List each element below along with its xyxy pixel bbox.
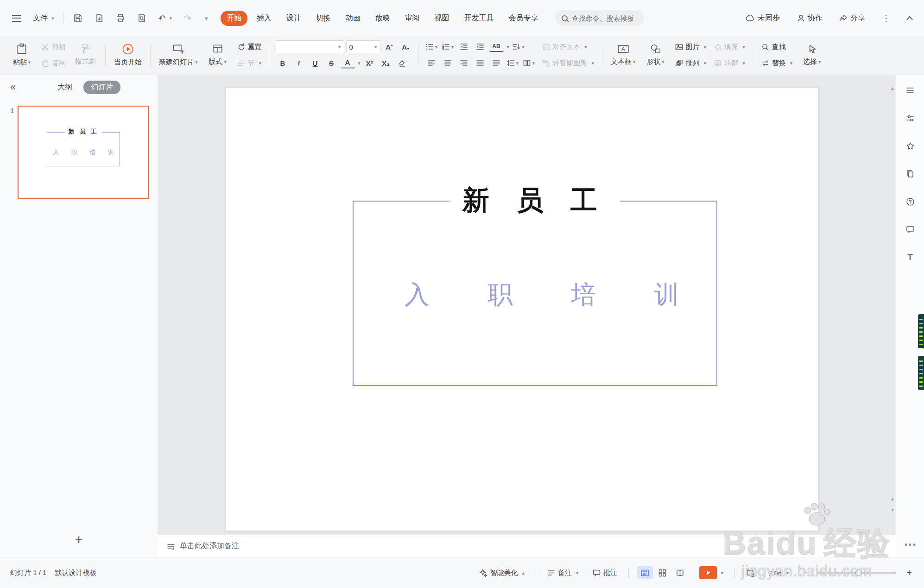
superscript-button[interactable]: X² [362,57,377,70]
help-button[interactable] [902,194,918,209]
sync-status-button[interactable]: 未同步 [742,11,783,26]
more-options-button[interactable]: ⋮ [879,10,893,26]
scroll-down-page-arrow[interactable]: ▾ [891,507,894,512]
font-family-combo[interactable]: ▾ [276,40,344,53]
increase-indent-button[interactable] [473,40,487,53]
format-painter-button[interactable]: 格式刷 [71,43,100,67]
edge-handle-bottom[interactable] [918,356,924,390]
replace-button[interactable]: 替换▾ [759,57,795,70]
tab-developer[interactable]: 开发工具 [458,11,500,26]
picture-button[interactable]: 图片▾ [673,40,709,53]
layout-button[interactable]: 版式▾ [203,43,232,67]
print-button[interactable] [113,11,128,25]
command-search[interactable] [555,10,644,26]
copy-button[interactable]: 复制 [39,57,68,70]
share-button[interactable]: 分享 [836,11,868,26]
line-spacing-button[interactable]: ▾ [506,57,520,70]
character-spacing-button[interactable]: AB [489,42,504,52]
pane-list-button[interactable] [902,82,918,98]
strikethrough-button[interactable]: S [324,57,339,70]
align-right-button[interactable] [457,57,471,70]
file-menu[interactable]: 文件▾ [30,11,57,26]
smart-beautify-button[interactable]: 智能美化 ▴ [476,566,527,580]
tab-animations[interactable]: 动画 [339,11,366,26]
notes-toggle-button[interactable]: 备注 ▾ [544,566,582,580]
zoom-level-button[interactable]: 97% ▾ [766,567,792,579]
find-button[interactable]: 查找 [759,40,795,53]
slide-title[interactable]: 新 员 工 [449,183,620,219]
justify-button[interactable] [473,57,487,70]
align-center-button[interactable] [441,57,455,70]
fill-button[interactable]: 填充▾ [711,40,747,53]
font-color-button[interactable]: A [341,57,355,69]
bullets-button[interactable]: ▾ [424,40,439,53]
notes-bar[interactable]: 单击此处添加备注 [158,535,896,557]
text-direction-button[interactable]: ▾ [522,57,536,70]
print-preview-button[interactable] [134,11,149,25]
save-button[interactable] [70,11,85,25]
font-family-input[interactable] [279,43,337,51]
outline-button[interactable]: 轮廓▾ [711,57,747,70]
scroll-up-page-arrow[interactable]: ▴ [891,496,894,501]
search-input[interactable] [571,14,636,22]
arrange-button[interactable]: 排列▾ [673,57,709,70]
redo-button[interactable]: ↷ [181,10,194,26]
align-left-button[interactable] [424,57,439,70]
align-text-button[interactable]: 对齐文本▾ [540,40,597,53]
numbering-button[interactable]: ▾ [441,40,455,53]
slide-body-frame[interactable]: 入 职 培 训 [353,201,717,386]
distribute-button[interactable] [489,57,504,70]
text-box-button[interactable]: A 文本框▾ [608,43,639,67]
collapse-ribbon-button[interactable] [905,12,915,25]
normal-view-button[interactable] [637,566,653,579]
sort-button[interactable]: ▾ [511,40,525,53]
zoom-slider-handle[interactable] [855,569,862,576]
template-name[interactable]: 默认设计模板 [55,569,96,577]
tab-view[interactable]: 视图 [428,11,455,26]
cut-button[interactable]: 剪切 [39,40,68,53]
zoom-slider[interactable] [817,572,896,574]
export-button[interactable] [92,11,107,25]
increase-font-button[interactable]: A▴ [382,40,397,53]
clear-format-button[interactable] [395,57,409,70]
main-menu-button[interactable] [9,12,24,25]
comments-button[interactable]: 批注 [590,566,620,580]
collaborate-button[interactable]: 协作 [794,11,825,26]
underline-button[interactable]: U [308,57,323,70]
zoom-out-button[interactable]: − [800,568,810,577]
decrease-indent-button[interactable] [457,40,471,53]
scroll-up-arrow[interactable]: ▴ [891,85,894,91]
fit-slide-button[interactable] [743,566,757,579]
section-button[interactable]: 节▾ [235,57,264,70]
tab-slideshow[interactable]: 放映 [369,11,396,26]
edge-handle-top[interactable] [918,314,924,348]
decrease-font-button[interactable]: A▾ [399,40,413,53]
play-from-current-button[interactable]: 当页开始 [111,39,145,71]
customize-toolbar-button[interactable]: ▾ [201,13,211,24]
italic-button[interactable]: I [292,57,306,70]
font-size-input[interactable] [349,43,373,51]
feedback-button[interactable] [902,221,918,237]
tab-design[interactable]: 设计 [280,11,307,26]
slide-thumbnail[interactable]: 入 职 培 训 新 员 工 [18,106,149,199]
tab-outline[interactable]: 大纲 [53,81,77,94]
undo-button[interactable]: ↶▾ [156,10,175,26]
favorites-button[interactable] [902,138,918,154]
tab-transitions[interactable]: 切换 [310,11,336,26]
select-button[interactable]: 选择▾ [797,43,826,67]
tab-slides[interactable]: 幻灯片 [83,81,120,94]
slide-sorter-view-button[interactable] [655,566,671,579]
collapse-panel-button[interactable]: « [7,81,19,93]
tab-membership[interactable]: 会员专享 [502,11,544,26]
tab-home[interactable]: 开始 [221,11,247,26]
paste-button[interactable]: 粘贴▾ [7,42,36,68]
play-slideshow-button[interactable]: ▾ [696,564,727,582]
subscript-button[interactable]: X₂ [379,57,393,70]
tab-review[interactable]: 审阅 [399,11,425,26]
reset-button[interactable]: 重置 [235,40,264,53]
zoom-in-button[interactable]: + [905,568,914,577]
slide[interactable]: 入 职 培 训 新 员 工 [226,87,819,531]
slide-canvas[interactable]: 入 职 培 训 新 员 工 ▴ ▴ ▾ 单击此处添加备注 [158,75,896,557]
more-tools-button[interactable] [905,544,916,546]
reading-view-button[interactable] [672,566,688,579]
